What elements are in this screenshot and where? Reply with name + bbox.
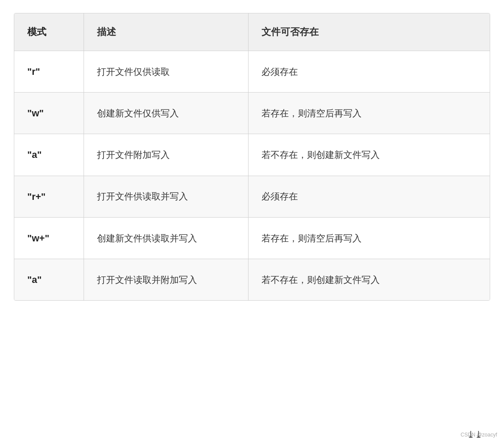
scroll-down-icon[interactable]: ⤓⤓ [467, 430, 482, 440]
header-existence: 文件可否存在 [248, 13, 490, 51]
cell-description: 打开文件读取并附加写入 [84, 259, 248, 300]
file-mode-table: 模式 描述 文件可否存在 "r"打开文件仅供读取必须存在"w"创建新文件仅供写入… [14, 13, 490, 301]
header-mode: 模式 [14, 13, 84, 51]
table-header-row: 模式 描述 文件可否存在 [14, 13, 490, 51]
cell-mode: "w" [14, 93, 84, 134]
table-row: "w"创建新文件仅供写入若存在，则清空后再写入 [14, 93, 490, 134]
table-row: "a"打开文件读取并附加写入若不存在，则创建新文件写入 [14, 259, 490, 300]
table-row: "w+"创建新文件供读取并写入若存在，则清空后再写入 [14, 217, 490, 259]
cell-mode: "w+" [14, 217, 84, 259]
cell-existence: 若存在，则清空后再写入 [248, 93, 490, 134]
cell-existence: 必须存在 [248, 176, 490, 217]
cell-description: 创建新文件供读取并写入 [84, 217, 248, 259]
table-row: "a"打开文件附加写入若不存在，则创建新文件写入 [14, 134, 490, 176]
cell-existence: 若不存在，则创建新文件写入 [248, 134, 490, 176]
cell-mode: "a" [14, 134, 84, 176]
cell-description: 创建新文件仅供写入 [84, 93, 248, 134]
cell-mode: "a" [14, 259, 84, 300]
header-description: 描述 [84, 13, 248, 51]
cell-existence: 若不存在，则创建新文件写入 [248, 259, 490, 300]
cell-description: 打开文件供读取并写入 [84, 176, 248, 217]
table-row: "r"打开文件仅供读取必须存在 [14, 51, 490, 93]
table-row: "r+"打开文件供读取并写入必须存在 [14, 176, 490, 217]
cell-mode: "r+" [14, 176, 84, 217]
cell-mode: "r" [14, 51, 84, 93]
cell-description: 打开文件仅供读取 [84, 51, 248, 93]
cell-existence: 必须存在 [248, 51, 490, 93]
cell-existence: 若存在，则清空后再写入 [248, 217, 490, 259]
cell-description: 打开文件附加写入 [84, 134, 248, 176]
